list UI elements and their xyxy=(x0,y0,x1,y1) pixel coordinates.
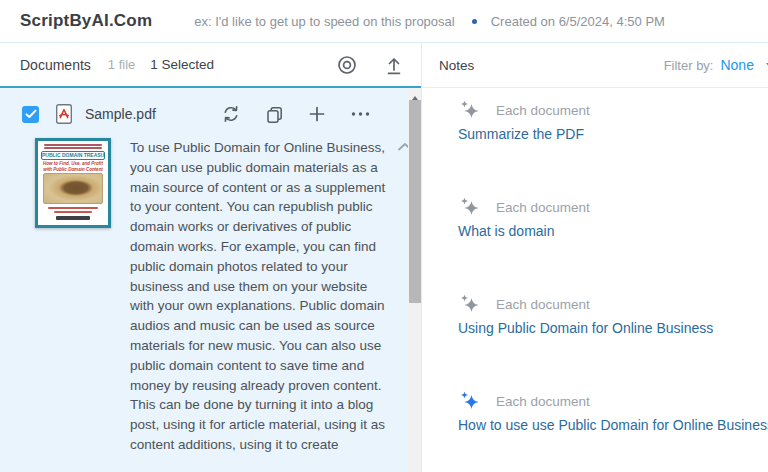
note-item: Each document What is domain xyxy=(458,195,768,240)
cover-decor-line xyxy=(54,211,92,213)
note-title-link[interactable]: What is domain xyxy=(458,223,554,239)
cover-decor-line xyxy=(44,144,102,146)
app-window: ScriptByAI.Com ex: I'd like to get up to… xyxy=(0,0,768,472)
cover-title: PUBLIC DOMAIN TREASURES! xyxy=(41,151,105,160)
note-item: Each document How to use use Public Doma… xyxy=(458,389,768,434)
file-checkbox[interactable] xyxy=(22,106,39,123)
cover-map-image xyxy=(43,173,103,204)
notes-panel: Notes Filter by: None Each document xyxy=(422,43,768,472)
prompt-placeholder-text[interactable]: ex: I'd like to get up to speed on this … xyxy=(194,14,454,29)
note-scope-label: Each document xyxy=(496,103,590,118)
ai-sparkle-icon xyxy=(458,389,482,413)
refresh-icon xyxy=(221,104,241,124)
scrollbar-up-arrow-icon[interactable] xyxy=(408,88,421,100)
file-count: 1 file xyxy=(108,57,135,72)
ai-sparkle-icon xyxy=(458,195,482,219)
note-scope-label: Each document xyxy=(496,297,590,312)
notes-panel-header: Notes Filter by: None xyxy=(422,43,768,88)
file-name[interactable]: Sample.pdf xyxy=(85,106,156,122)
note-header: Each document xyxy=(458,389,768,413)
note-item: Each document Using Public Domain for On… xyxy=(458,292,768,337)
documents-panel-header: Documents 1 file 1 Selected xyxy=(0,43,421,88)
pdf-file-icon xyxy=(54,103,74,125)
scan-target-button[interactable] xyxy=(335,53,359,77)
main-split: Documents 1 file 1 Selected xyxy=(0,43,768,472)
cover-publisher-logo xyxy=(56,216,90,220)
top-header: ScriptByAI.Com ex: I'd like to get up to… xyxy=(0,0,768,43)
more-button[interactable] xyxy=(348,109,373,119)
upload-button[interactable] xyxy=(383,53,405,77)
app-logo[interactable]: ScriptByAI.Com xyxy=(20,11,152,31)
pdf-thumbnail[interactable]: PUBLIC DOMAIN TREASURES! How to Find, Us… xyxy=(35,138,111,228)
notes-title: Notes xyxy=(439,58,474,73)
notes-list: Each document Summarize the PDF Each doc… xyxy=(422,88,768,472)
more-icon xyxy=(350,111,371,117)
note-scope-label: Each document xyxy=(496,200,590,215)
created-timestamp: Created on 6/5/2024, 4:50 PM xyxy=(491,14,665,29)
cover-decor-line xyxy=(48,207,98,209)
add-icon xyxy=(308,105,326,123)
note-title-link[interactable]: How to use use Public Domain for Online … xyxy=(458,417,768,433)
scrollbar-thumb[interactable] xyxy=(409,100,421,303)
note-item: Each document Summarize the PDF xyxy=(458,98,768,143)
note-title-link[interactable]: Using Public Domain for Online Business xyxy=(458,320,713,336)
copy-button[interactable] xyxy=(263,103,286,126)
ai-sparkle-icon xyxy=(458,292,482,316)
document-preview: PUBLIC DOMAIN TREASURES! How to Find, Us… xyxy=(0,138,421,455)
note-header: Each document xyxy=(458,195,768,219)
scan-target-icon xyxy=(337,55,357,75)
cover-decor-line xyxy=(44,147,102,149)
note-header: Each document xyxy=(458,292,768,316)
filter-dropdown[interactable]: Filter by: None xyxy=(664,57,768,73)
cover-subtitle: How to Find, Use, and Profit with Public… xyxy=(41,161,105,172)
note-scope-label: Each document xyxy=(496,394,590,409)
checkmark-icon xyxy=(25,109,37,119)
documents-panel-body: Sample.pdf xyxy=(0,88,421,472)
file-row: Sample.pdf xyxy=(0,97,421,131)
selected-count: 1 Selected xyxy=(150,57,214,72)
filter-value[interactable]: None xyxy=(720,57,753,73)
separator-dot-icon xyxy=(472,19,477,24)
copy-icon xyxy=(265,105,284,124)
filter-label: Filter by: xyxy=(664,58,714,73)
document-summary-text: To use Public Domain for Online Business… xyxy=(130,138,388,455)
note-header: Each document xyxy=(458,98,768,122)
note-title-link[interactable]: Summarize the PDF xyxy=(458,126,584,142)
ai-sparkle-icon xyxy=(458,98,482,122)
upload-icon xyxy=(385,55,403,75)
documents-scrollbar[interactable] xyxy=(408,88,421,472)
documents-title: Documents xyxy=(20,57,91,73)
add-button[interactable] xyxy=(306,103,328,125)
documents-panel: Documents 1 file 1 Selected xyxy=(0,43,422,472)
refresh-button[interactable] xyxy=(219,102,243,126)
